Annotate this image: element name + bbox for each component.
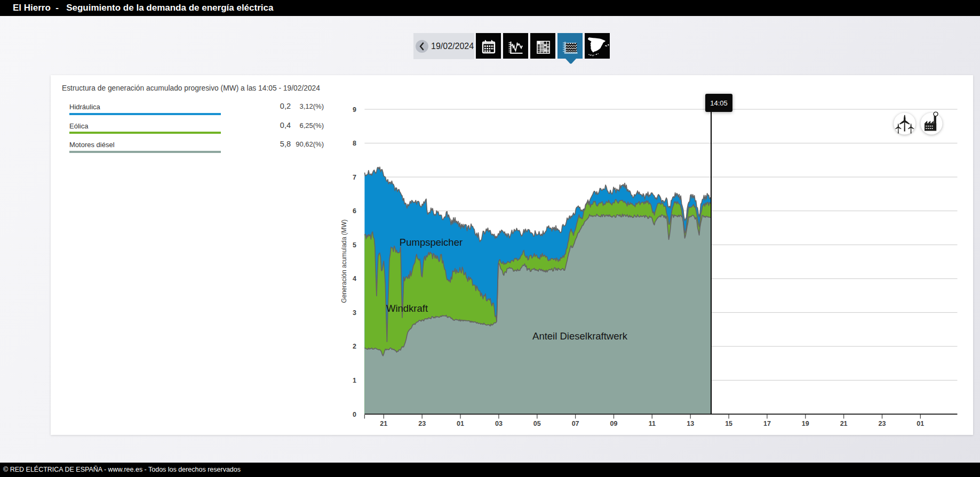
svg-text:21: 21	[840, 420, 848, 427]
svg-text:Pumpspeicher: Pumpspeicher	[400, 237, 463, 248]
svg-text:Anteil Dieselkraftwerk: Anteil Dieselkraftwerk	[532, 330, 628, 342]
svg-text:17: 17	[763, 420, 771, 427]
svg-text:14:05: 14:05	[710, 99, 728, 107]
svg-text:19: 19	[802, 420, 809, 427]
svg-text:01: 01	[917, 420, 924, 427]
svg-text:03: 03	[495, 420, 503, 427]
svg-text:0: 0	[353, 411, 356, 418]
svg-text:01: 01	[457, 420, 464, 427]
svg-text:8: 8	[353, 140, 356, 147]
svg-text:9: 9	[353, 106, 356, 114]
svg-text:07: 07	[572, 420, 579, 427]
svg-text:13: 13	[687, 420, 694, 427]
svg-text:09: 09	[610, 420, 618, 427]
svg-text:6: 6	[353, 207, 356, 215]
svg-text:7: 7	[353, 174, 356, 181]
svg-text:15: 15	[725, 420, 732, 427]
svg-text:11: 11	[649, 420, 656, 427]
svg-text:23: 23	[879, 420, 886, 427]
svg-text:2: 2	[353, 343, 356, 350]
svg-text:Generación acumulada (MW): Generación acumulada (MW)	[340, 220, 348, 303]
svg-text:23: 23	[418, 420, 426, 427]
svg-text:05: 05	[533, 420, 541, 427]
svg-text:Windkraft: Windkraft	[386, 303, 428, 314]
svg-text:1: 1	[353, 377, 356, 384]
svg-text:3: 3	[353, 309, 356, 317]
svg-text:5: 5	[353, 241, 356, 249]
svg-text:21: 21	[380, 420, 387, 427]
svg-text:4: 4	[353, 275, 356, 282]
